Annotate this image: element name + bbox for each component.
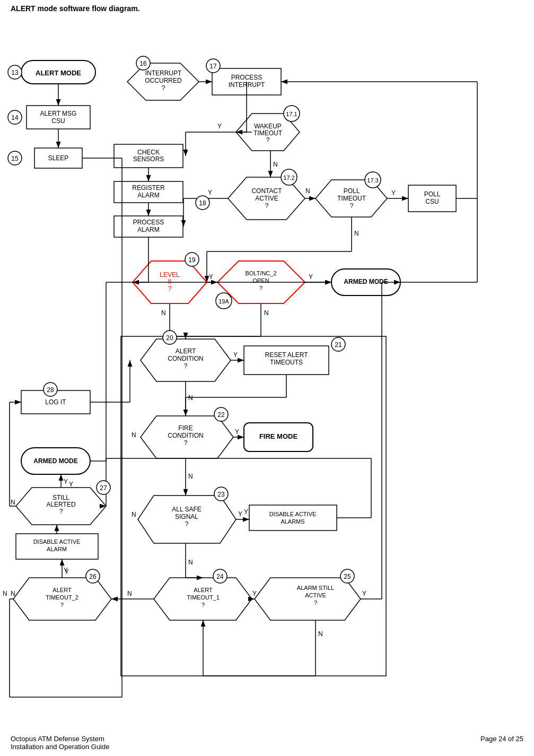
svg-text:CONDITION: CONDITION bbox=[168, 355, 203, 362]
svg-text:N: N bbox=[188, 473, 193, 480]
footer: Octopus ATM Defense System Installation … bbox=[11, 735, 523, 751]
svg-text:ALERT: ALERT bbox=[52, 587, 72, 593]
svg-text:N: N bbox=[273, 161, 278, 168]
svg-text:19A: 19A bbox=[218, 298, 229, 305]
svg-text:Y: Y bbox=[209, 273, 213, 281]
svg-text:N: N bbox=[305, 187, 310, 195]
svg-text:?: ? bbox=[266, 136, 270, 144]
svg-text:ALARM: ALARM bbox=[137, 226, 159, 233]
svg-text:ALL SAFE: ALL SAFE bbox=[172, 506, 202, 513]
svg-text:PROCESS: PROCESS bbox=[231, 74, 262, 81]
svg-text:ALERT: ALERT bbox=[194, 587, 213, 593]
svg-text:ALERT: ALERT bbox=[176, 347, 196, 355]
footer-left: Octopus ATM Defense System Installation … bbox=[11, 735, 109, 751]
svg-text:ALERT MSG: ALERT MSG bbox=[40, 110, 77, 117]
svg-text:OPEN: OPEN bbox=[252, 277, 269, 284]
svg-text:N: N bbox=[354, 230, 359, 237]
svg-text:ARMED  MODE: ARMED MODE bbox=[33, 457, 77, 465]
svg-text:CSU: CSU bbox=[51, 117, 65, 125]
svg-text:Y: Y bbox=[217, 123, 222, 130]
svg-text:Y: Y bbox=[65, 568, 69, 576]
svg-text:RESET ALERT: RESET ALERT bbox=[265, 351, 309, 359]
svg-text:CHECK: CHECK bbox=[137, 149, 160, 156]
svg-text:Y: Y bbox=[235, 428, 239, 436]
svg-text:Y: Y bbox=[309, 273, 313, 281]
svg-text:N: N bbox=[188, 394, 193, 402]
svg-text:DISABLE ACTIVE: DISABLE ACTIVE bbox=[269, 511, 317, 517]
svg-text:ACTIVE: ACTIVE bbox=[305, 592, 326, 598]
svg-text:Y: Y bbox=[252, 590, 257, 597]
svg-text:ARMED  MODE: ARMED MODE bbox=[344, 278, 388, 285]
svg-text:N: N bbox=[11, 499, 15, 506]
svg-text:?: ? bbox=[168, 285, 172, 292]
page-title: ALERT mode software flow diagram. bbox=[0, 0, 534, 13]
svg-text:FIRE MODE: FIRE MODE bbox=[259, 432, 298, 440]
svg-text:?: ? bbox=[259, 285, 262, 291]
svg-text:20: 20 bbox=[166, 334, 173, 342]
svg-text:23: 23 bbox=[217, 491, 225, 498]
svg-text:13: 13 bbox=[11, 69, 19, 76]
svg-text:TIMEOUT_2: TIMEOUT_2 bbox=[46, 594, 78, 601]
svg-text:?: ? bbox=[184, 439, 188, 447]
svg-text:POLL: POLL bbox=[424, 190, 441, 198]
svg-text:II: II bbox=[168, 278, 172, 285]
diagram-container: Y N Y N Y N Y Y bbox=[0, 13, 534, 740]
svg-text:N: N bbox=[318, 630, 323, 638]
svg-rect-76 bbox=[249, 505, 337, 531]
svg-text:TIMEOUT_1: TIMEOUT_1 bbox=[187, 594, 220, 601]
svg-text:ALARMS: ALARMS bbox=[281, 518, 304, 525]
svg-text:17.1: 17.1 bbox=[286, 111, 297, 117]
svg-text:14: 14 bbox=[11, 114, 19, 121]
svg-text:BOLT/NC_2: BOLT/NC_2 bbox=[245, 270, 276, 276]
svg-text:Y: Y bbox=[69, 481, 73, 488]
svg-text:LOG IT: LOG IT bbox=[45, 398, 66, 406]
footer-right: Page 24 of 25 bbox=[480, 735, 523, 751]
svg-text:19: 19 bbox=[188, 256, 196, 264]
svg-text:?: ? bbox=[185, 520, 189, 528]
svg-text:TIMEOUT: TIMEOUT bbox=[253, 129, 283, 137]
svg-text:STILL: STILL bbox=[52, 494, 69, 501]
svg-text:DISABLE ACTIVE: DISABLE ACTIVE bbox=[33, 538, 81, 545]
svg-text:15: 15 bbox=[11, 155, 19, 162]
svg-text:N: N bbox=[11, 590, 15, 597]
svg-text:Y: Y bbox=[362, 590, 366, 597]
svg-text:Y: Y bbox=[238, 510, 242, 518]
svg-text:Y: Y bbox=[233, 351, 238, 359]
svg-text:Y: Y bbox=[208, 189, 212, 196]
svg-text:N: N bbox=[3, 590, 7, 597]
svg-text:ALERTED: ALERTED bbox=[46, 501, 75, 508]
svg-text:22: 22 bbox=[217, 411, 225, 419]
svg-text:Y: Y bbox=[391, 189, 396, 197]
svg-text:POLL: POLL bbox=[344, 187, 360, 195]
svg-text:FIRE: FIRE bbox=[178, 424, 192, 432]
svg-text:ALERT MODE: ALERT MODE bbox=[36, 69, 81, 77]
svg-text:?: ? bbox=[162, 84, 165, 92]
svg-text:N: N bbox=[132, 511, 136, 518]
svg-text:ALARM: ALARM bbox=[137, 192, 159, 199]
svg-text:CSU: CSU bbox=[425, 198, 439, 205]
svg-text:ACTIVE: ACTIVE bbox=[255, 195, 278, 202]
svg-text:?: ? bbox=[350, 202, 354, 210]
svg-text:INTERRUPT: INTERRUPT bbox=[145, 69, 182, 77]
svg-text:27: 27 bbox=[100, 484, 107, 492]
svg-text:21: 21 bbox=[335, 341, 342, 349]
svg-text:?: ? bbox=[202, 602, 205, 608]
svg-text:16: 16 bbox=[139, 60, 147, 67]
svg-text:N: N bbox=[264, 309, 269, 317]
svg-marker-83 bbox=[255, 578, 361, 620]
svg-text:REGISTER: REGISTER bbox=[132, 184, 165, 192]
svg-text:INTERRUPT: INTERRUPT bbox=[229, 81, 265, 89]
svg-text:26: 26 bbox=[89, 573, 97, 580]
svg-text:ALARM: ALARM bbox=[47, 546, 67, 552]
svg-text:N: N bbox=[127, 590, 132, 597]
svg-text:?: ? bbox=[60, 602, 64, 608]
svg-text:TIMEOUTS: TIMEOUTS bbox=[270, 359, 303, 366]
svg-text:CONTACT: CONTACT bbox=[251, 187, 282, 195]
svg-text:OCCURRED: OCCURRED bbox=[145, 77, 182, 84]
svg-text:Y: Y bbox=[64, 478, 68, 485]
svg-text:CONDITION: CONDITION bbox=[168, 432, 203, 439]
svg-text:N: N bbox=[188, 559, 193, 566]
svg-text:Y: Y bbox=[244, 508, 248, 516]
svg-text:TIMEOUT: TIMEOUT bbox=[337, 195, 366, 202]
svg-text:LEVEL: LEVEL bbox=[160, 271, 180, 279]
